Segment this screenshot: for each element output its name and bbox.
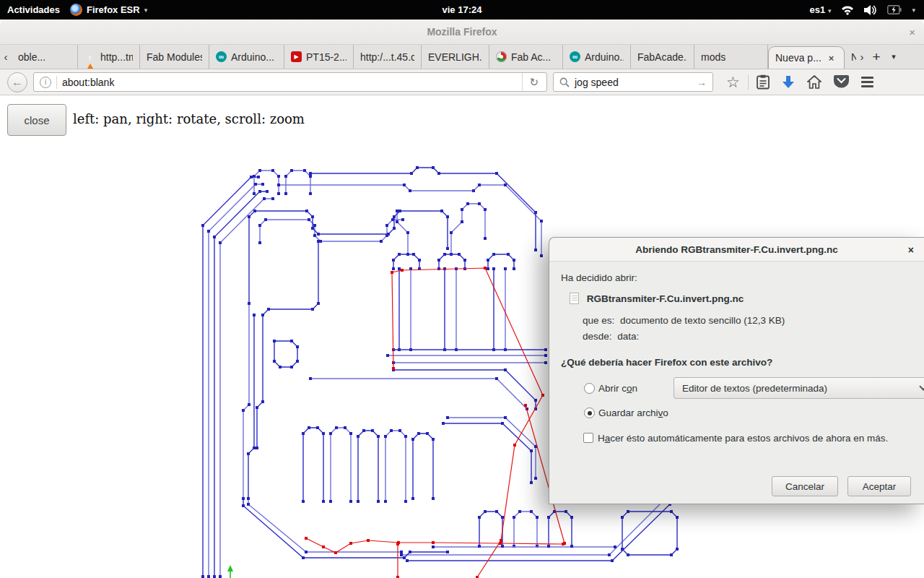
dialog-question: ¿Qué debería hacer Firefox con este arch…	[561, 357, 912, 368]
tab-arduino-1[interactable]: ∞ Arduino...	[209, 45, 284, 69]
datasheet-icon: ▶	[291, 51, 302, 62]
dialog-title: Abriendo RGBtransmiter-F.Cu.invert.png.n…	[635, 244, 838, 255]
tab-partial[interactable]: N	[845, 45, 856, 69]
tab-arduino-2[interactable]: ∞ Arduino...	[563, 45, 631, 69]
home-icon[interactable]	[807, 75, 821, 89]
open-with-label: Abrir con	[598, 383, 637, 394]
dropdown-value: Editor de textos (predeterminada)	[682, 383, 920, 394]
tab-mods[interactable]: mods	[694, 45, 768, 69]
save-file-label: Guardar archivo	[598, 407, 668, 418]
page-info-icon[interactable]: i	[40, 77, 51, 88]
window-title: Mozilla Firefox	[427, 26, 497, 38]
warning-icon: !	[84, 51, 96, 62]
cancel-button[interactable]: Cancelar	[772, 476, 838, 496]
tab-http-tml[interactable]: ! http...tml	[78, 45, 140, 69]
viewer-close-button[interactable]: close	[7, 104, 66, 136]
tab-fab-academy[interactable]: Fab Ac...	[489, 45, 563, 69]
gnome-top-bar: Actividades Firefox ESR ▾ vie 17:24 es1 …	[0, 0, 924, 20]
tab-problem[interactable]: oble...	[12, 45, 78, 69]
tabs-scroll-right-button[interactable]: ›	[856, 45, 868, 69]
bookmark-star-icon[interactable]: ☆	[726, 74, 740, 90]
clock[interactable]: vie 17:24	[0, 4, 924, 15]
arduino-icon: ∞	[216, 51, 227, 62]
remember-label: Hacer ésto automáticamente para estos ar…	[598, 433, 888, 444]
search-input-value[interactable]: jog speed	[575, 77, 692, 88]
save-file-radio[interactable]: Guardar archivo	[584, 407, 668, 418]
pcb-rapids-red	[306, 268, 565, 577]
chevron-down-icon: ▾	[828, 7, 832, 14]
url-bar[interactable]: i about:blank ↻	[33, 72, 547, 92]
downloads-icon[interactable]	[782, 75, 795, 90]
tab-fabacademy-2[interactable]: FabAcade...	[631, 45, 694, 69]
dialog-close-button[interactable]: ×	[908, 238, 914, 262]
bookmarks-clipboard-icon[interactable]	[757, 74, 770, 90]
dialog-titlebar[interactable]: Abriendo RGBtransmiter-F.Cu.invert.png.n…	[549, 238, 924, 262]
new-tab-button[interactable]: +	[868, 45, 885, 69]
origin-marker	[227, 565, 233, 578]
system-menu-caret[interactable]: ▾	[912, 7, 915, 14]
keyboard-layout-indicator[interactable]: es1 ▾	[810, 4, 832, 15]
browser-content: close left: pan, right: rotate, scroll: …	[0, 96, 924, 578]
file-from-value: data:	[617, 331, 639, 342]
accept-button[interactable]: Aceptar	[847, 476, 911, 496]
open-with-dropdown[interactable]: Editor de textos (predeterminada)	[674, 377, 924, 399]
divider	[56, 76, 57, 89]
remember-checkbox[interactable]: Hacer ésto automáticamente para estos ar…	[583, 433, 888, 444]
document-icon	[570, 293, 579, 304]
reload-button[interactable]: ↻	[522, 73, 545, 91]
dialog-filename: RGBtransmiter-F.Cu.invert.png.nc	[587, 293, 744, 304]
menu-hamburger-icon[interactable]	[861, 77, 873, 87]
tab-pt15[interactable]: ▶ PT15-2...	[284, 45, 354, 69]
tab-close-icon[interactable]: ×	[829, 53, 834, 64]
tab-fab-modules[interactable]: Fab Modules	[140, 45, 209, 69]
download-dialog: Abriendo RGBtransmiter-F.Cu.invert.png.n…	[549, 237, 924, 504]
tab-http-45c[interactable]: http:/...t.45.c	[354, 45, 422, 69]
open-with-radio[interactable]: Abrir con	[584, 383, 637, 394]
dialog-intro: Ha decidido abrir:	[561, 272, 912, 283]
battery-icon	[887, 5, 902, 14]
pocket-icon[interactable]	[834, 75, 849, 89]
wifi-icon	[841, 5, 854, 15]
navigation-toolbar: ← i about:blank ↻ jog speed → ☆	[0, 69, 924, 95]
volume-icon	[864, 5, 877, 15]
file-type-value: documento de texto sencillo (12,3 KB)	[620, 315, 785, 326]
search-bar[interactable]: jog speed →	[553, 72, 713, 92]
search-go-icon[interactable]: →	[697, 77, 707, 88]
file-type-label: que es:	[583, 315, 614, 326]
viewer-controls-hint: left: pan, right: rotate, scroll: zoom	[73, 111, 305, 126]
window-close-button[interactable]: ×	[909, 20, 915, 45]
fab-academy-icon	[496, 51, 507, 62]
url-text[interactable]: about:blank	[62, 77, 517, 88]
back-button[interactable]: ←	[7, 72, 27, 92]
tab-everlight[interactable]: EVERLIGH...	[422, 45, 489, 69]
search-icon	[559, 77, 570, 87]
tabs-scroll-left-button[interactable]: ‹	[0, 45, 12, 69]
arduino-icon: ∞	[570, 51, 580, 62]
window-titlebar[interactable]: Mozilla Firefox ×	[0, 20, 924, 45]
divider	[748, 75, 749, 90]
tab-nueva-pestana-active[interactable]: Nueva p... ×	[768, 46, 845, 69]
tab-list-dropdown-button[interactable]: ▾	[885, 45, 902, 69]
file-from-label: desde:	[583, 331, 612, 342]
tab-strip: ‹ oble... ! http...tml Fab Modules ∞ Ard…	[0, 45, 924, 69]
